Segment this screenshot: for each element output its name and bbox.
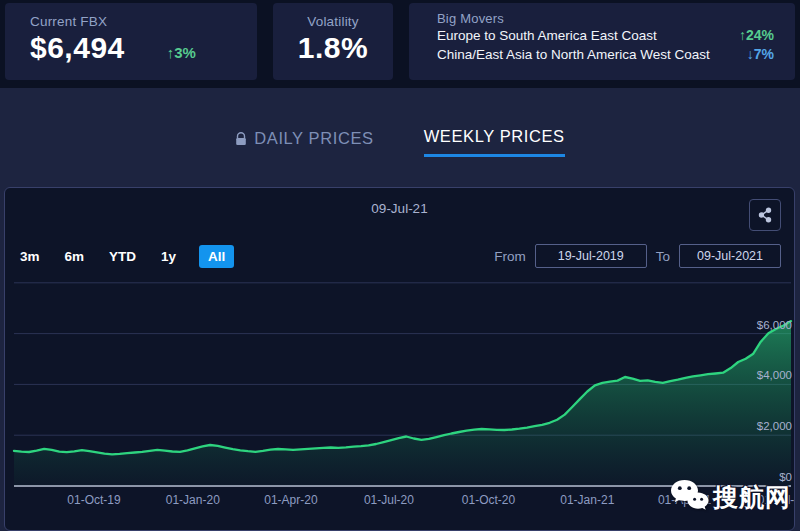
price-tabs: DAILY PRICES WEEKLY PRICES [0, 127, 800, 157]
svg-text:$2,000: $2,000 [757, 420, 792, 432]
wechat-logo-icon [669, 478, 709, 516]
down-arrow-icon: ↓ [747, 46, 754, 62]
tab-weekly-prices[interactable]: WEEKLY PRICES [424, 127, 565, 157]
watermark: 搜航网 [669, 478, 791, 516]
big-movers-card: Big Movers Europe to South America East … [409, 3, 795, 80]
current-fbx-change: ↑3% [167, 44, 196, 61]
svg-text:$6,000: $6,000 [757, 319, 792, 331]
volatility-label: Volatility [273, 14, 393, 29]
svg-text:01-Oct-19: 01-Oct-19 [67, 493, 121, 507]
lock-icon [235, 131, 247, 145]
mover-change: ↓7% [747, 45, 774, 64]
current-fbx-card: Current FBX $6,494 ↑3% [5, 3, 257, 80]
tab-label: DAILY PRICES [254, 129, 373, 148]
svg-text:01-Apr-20: 01-Apr-20 [264, 493, 318, 507]
svg-text:$4,000: $4,000 [757, 369, 792, 381]
mover-route: China/East Asia to North America West Co… [437, 45, 710, 64]
volatility-card: Volatility 1.8% [273, 3, 393, 80]
mover-change: ↑24% [739, 26, 774, 45]
svg-text:01-Jan-20: 01-Jan-20 [166, 493, 220, 507]
volatility-value: 1.8% [273, 31, 393, 65]
svg-text:01-Jul-20: 01-Jul-20 [364, 493, 414, 507]
big-movers-label: Big Movers [437, 11, 774, 26]
chart-series [14, 321, 791, 486]
current-fbx-value: $6,494 [30, 31, 125, 65]
big-mover-row: China/East Asia to North America West Co… [437, 45, 774, 64]
tab-daily-prices[interactable]: DAILY PRICES [235, 127, 373, 157]
tab-label: WEEKLY PRICES [424, 127, 565, 146]
chart-panel: 09-Jul-21 3m 6m YTD 1y All From 19-Jul-2… [4, 187, 795, 531]
svg-text:01-Oct-20: 01-Oct-20 [462, 493, 516, 507]
mover-route: Europe to South America East Coast [437, 26, 657, 45]
current-fbx-label: Current FBX [30, 14, 257, 29]
up-arrow-icon: ↑ [739, 27, 746, 43]
big-mover-row: Europe to South America East Coast ↑24% [437, 26, 774, 45]
svg-text:01-Jan-21: 01-Jan-21 [560, 493, 614, 507]
watermark-text: 搜航网 [713, 481, 791, 514]
